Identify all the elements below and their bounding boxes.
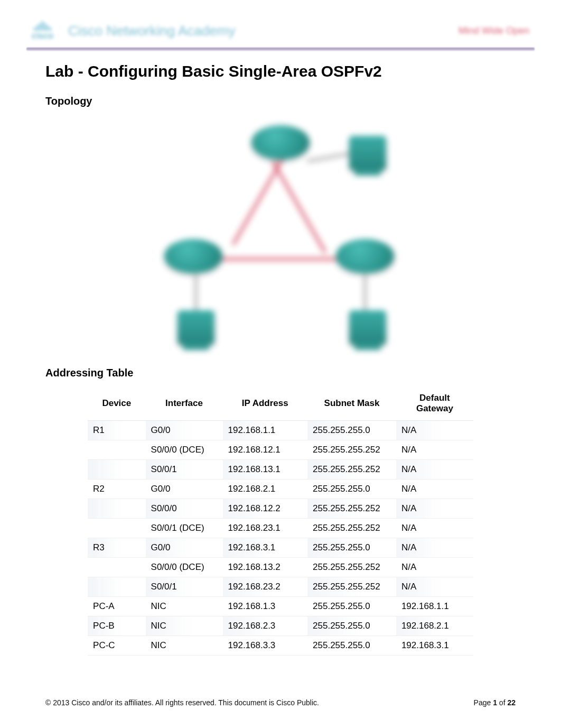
cell-ip: 192.168.1.1 — [223, 421, 308, 440]
section-topology-heading: Topology — [45, 95, 516, 107]
page-footer: © 2013 Cisco and/or its affiliates. All … — [45, 698, 516, 707]
cell-interface: S0/0/0 (DCE) — [146, 558, 223, 577]
cell-interface: S0/0/0 — [146, 499, 223, 519]
cell-device: PC-A — [88, 597, 145, 616]
col-interface: Interface — [146, 386, 223, 421]
table-row: PC-ANIC192.168.1.3255.255.255.0192.168.1… — [88, 597, 473, 616]
cell-mask: 255.255.255.0 — [307, 538, 396, 558]
table-row: S0/0/1 (DCE)192.168.23.1255.255.255.252N… — [88, 519, 473, 538]
cell-gw: N/A — [396, 577, 473, 597]
cell-device — [88, 519, 145, 538]
cell-interface: G0/0 — [146, 421, 223, 440]
col-mask: Subnet Mask — [307, 386, 396, 421]
cell-ip: 192.168.1.3 — [223, 597, 308, 616]
router-r3-icon — [336, 239, 394, 273]
cell-interface: S0/0/1 (DCE) — [146, 519, 223, 538]
cell-device: R2 — [88, 480, 145, 499]
cell-device — [88, 499, 145, 519]
cell-gw: N/A — [396, 558, 473, 577]
cell-mask: 255.255.255.0 — [307, 616, 396, 636]
cell-ip: 192.168.12.1 — [223, 440, 308, 460]
cell-gw: N/A — [396, 480, 473, 499]
footer-page-indicator: Page 1 of 22 — [474, 698, 516, 707]
table-row: S0/0/0 (DCE)192.168.13.2255.255.255.252N… — [88, 558, 473, 577]
cell-gw: 192.168.1.1 — [396, 597, 473, 616]
cell-gw: N/A — [396, 460, 473, 480]
cell-ip: 192.168.23.1 — [223, 519, 308, 538]
cell-mask: 255.255.255.0 — [307, 597, 396, 616]
cell-mask: 255.255.255.0 — [307, 636, 396, 656]
cell-interface: S0/0/1 — [146, 577, 223, 597]
router-r1-icon — [251, 125, 310, 160]
col-ip: IP Address — [223, 386, 308, 421]
cell-mask: 255.255.255.0 — [307, 480, 396, 499]
cell-gw: 192.168.2.1 — [396, 616, 473, 636]
table-row: R1G0/0192.168.1.1255.255.255.0N/A — [88, 421, 473, 440]
page-title: Lab - Configuring Basic Single-Area OSPF… — [45, 62, 516, 80]
cell-mask: 255.255.255.252 — [307, 440, 396, 460]
cell-device: PC-C — [88, 636, 145, 656]
section-addressing-heading: Addressing Table — [45, 367, 516, 379]
cell-ip: 192.168.23.2 — [223, 577, 308, 597]
table-row: R2G0/0192.168.2.1255.255.255.0N/A — [88, 480, 473, 499]
footer-copyright: © 2013 Cisco and/or its affiliates. All … — [45, 698, 319, 707]
header-slogan: Mind Wide Open — [459, 25, 529, 36]
cell-device — [88, 440, 145, 460]
router-r2-icon — [164, 239, 222, 273]
cell-device — [88, 577, 145, 597]
cell-device — [88, 558, 145, 577]
cell-device: R1 — [88, 421, 145, 440]
cell-interface: S0/0/1 — [146, 460, 223, 480]
cell-device: PC-B — [88, 616, 145, 636]
cell-device: R3 — [88, 538, 145, 558]
cell-interface: S0/0/0 (DCE) — [146, 440, 223, 460]
cell-gw: N/A — [396, 440, 473, 460]
pc-a-icon — [349, 136, 386, 170]
logo-text: cisco — [32, 32, 53, 40]
brand-text: Cisco Networking Academy — [68, 23, 235, 39]
cell-gw: 192.168.3.1 — [396, 636, 473, 656]
table-row: S0/0/1192.168.13.1255.255.255.252N/A — [88, 460, 473, 480]
cisco-logo-icon: cisco — [32, 21, 53, 40]
cell-mask: 255.255.255.252 — [307, 499, 396, 519]
cell-mask: 255.255.255.252 — [307, 577, 396, 597]
cell-ip: 192.168.3.1 — [223, 538, 308, 558]
cell-ip: 192.168.2.1 — [223, 480, 308, 499]
table-row: S0/0/0192.168.12.2255.255.255.252N/A — [88, 499, 473, 519]
cell-mask: 255.255.255.252 — [307, 519, 396, 538]
cell-ip: 192.168.2.3 — [223, 616, 308, 636]
col-device: Device — [88, 386, 145, 421]
cell-interface: G0/0 — [146, 538, 223, 558]
table-row: S0/0/1192.168.23.2255.255.255.252N/A — [88, 577, 473, 597]
cell-interface: G0/0 — [146, 480, 223, 499]
cell-gw: N/A — [396, 421, 473, 440]
cell-gw: N/A — [396, 538, 473, 558]
cell-ip: 192.168.13.1 — [223, 460, 308, 480]
document-header: cisco Cisco Networking Academy Mind Wide… — [26, 16, 535, 45]
table-row: R3G0/0192.168.3.1255.255.255.0N/A — [88, 538, 473, 558]
cell-interface: NIC — [146, 597, 223, 616]
cell-interface: NIC — [146, 636, 223, 656]
topology-diagram — [154, 115, 407, 355]
table-row: S0/0/0 (DCE)192.168.12.1255.255.255.252N… — [88, 440, 473, 460]
col-gateway: Default Gateway — [396, 386, 473, 421]
table-row: PC-BNIC192.168.2.3255.255.255.0192.168.2… — [88, 616, 473, 636]
cell-mask: 255.255.255.0 — [307, 421, 396, 440]
table-row: PC-CNIC192.168.3.3255.255.255.0192.168.3… — [88, 636, 473, 656]
cell-gw: N/A — [396, 519, 473, 538]
header-left-group: cisco Cisco Networking Academy — [32, 21, 235, 40]
header-divider — [26, 48, 535, 51]
cell-interface: NIC — [146, 616, 223, 636]
cell-device — [88, 460, 145, 480]
cell-mask: 255.255.255.252 — [307, 558, 396, 577]
cell-ip: 192.168.12.2 — [223, 499, 308, 519]
cell-gw: N/A — [396, 499, 473, 519]
addressing-table: Device Interface IP Address Subnet Mask … — [88, 386, 473, 656]
pc-b-icon — [177, 310, 214, 345]
table-header-row: Device Interface IP Address Subnet Mask … — [88, 386, 473, 421]
cell-mask: 255.255.255.252 — [307, 460, 396, 480]
pc-c-icon — [349, 310, 386, 345]
cell-ip: 192.168.13.2 — [223, 558, 308, 577]
cell-ip: 192.168.3.3 — [223, 636, 308, 656]
